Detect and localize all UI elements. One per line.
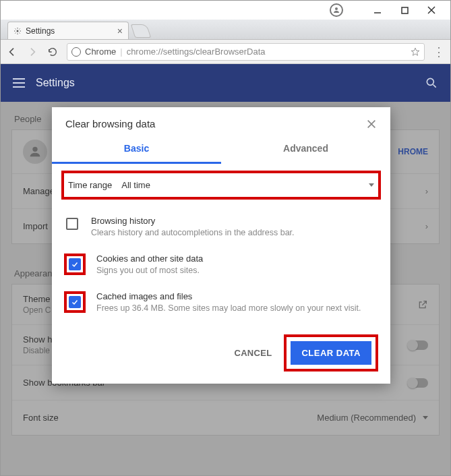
checkbox[interactable] — [66, 218, 78, 230]
item-sub: Signs you out of most sites. — [96, 266, 203, 275]
hamburger-icon[interactable] — [13, 78, 25, 88]
bookmark-star-icon[interactable] — [411, 47, 420, 57]
tab-title: Settings — [26, 26, 55, 36]
profile-icon[interactable] — [330, 3, 343, 17]
clear-browsing-data-dialog: Clear browsing data Basic Advanced Time … — [52, 107, 390, 384]
new-tab-button[interactable] — [131, 24, 151, 38]
reload-button[interactable] — [47, 46, 59, 58]
cancel-button[interactable]: CANCEL — [234, 348, 272, 358]
item-sub: Clears history and autocompletions in th… — [91, 228, 295, 237]
svg-point-6 — [427, 78, 433, 85]
toolbar: Chrome | chrome://settings/clearBrowserD… — [1, 40, 450, 64]
settings-header: Settings — [1, 64, 450, 102]
tab-strip: Settings × — [1, 20, 450, 40]
checkbox[interactable] — [69, 258, 81, 270]
svg-point-0 — [335, 7, 338, 10]
item-title: Browsing history — [91, 216, 295, 226]
browser-menu-button[interactable]: ⋮ — [433, 49, 445, 55]
time-range-label: Time range — [68, 180, 112, 190]
item-title: Cookies and other site data — [96, 254, 203, 264]
back-button[interactable] — [6, 46, 18, 58]
chrome-origin-icon — [71, 47, 81, 57]
svg-line-7 — [433, 85, 436, 88]
close-window-button[interactable] — [418, 1, 445, 20]
forward-button[interactable] — [26, 46, 38, 58]
time-range-select[interactable]: All time — [121, 180, 374, 190]
clear-item: Cookies and other site dataSigns you out… — [64, 245, 378, 283]
clear-item: Cached images and filesFrees up 36.4 MB.… — [64, 283, 378, 321]
url-text: chrome://settings/clearBrowserData — [127, 47, 266, 57]
checkbox[interactable] — [69, 296, 81, 308]
dialog-title: Clear browsing data — [65, 118, 155, 129]
browser-tab[interactable]: Settings × — [7, 22, 129, 39]
svg-point-5 — [17, 30, 19, 32]
window-titlebar — [1, 1, 450, 20]
dialog-tabs: Basic Advanced — [52, 136, 390, 164]
gear-icon — [13, 27, 22, 35]
tab-close-icon[interactable]: × — [117, 26, 123, 36]
time-range-row: Time range All time — [61, 171, 381, 200]
tab-basic[interactable]: Basic — [52, 136, 221, 164]
tab-advanced[interactable]: Advanced — [221, 136, 390, 164]
minimize-button[interactable] — [364, 1, 391, 20]
caret-down-icon — [369, 183, 374, 187]
page-title: Settings — [36, 77, 75, 89]
maximize-button[interactable] — [391, 1, 418, 20]
item-sub: Frees up 36.4 MB. Some sites may load mo… — [96, 303, 361, 313]
address-bar[interactable]: Chrome | chrome://settings/clearBrowserD… — [67, 43, 425, 61]
svg-rect-2 — [402, 7, 408, 13]
clear-data-button[interactable]: CLEAR DATA — [291, 341, 371, 365]
item-title: Cached images and files — [96, 291, 361, 301]
search-icon[interactable] — [425, 76, 438, 90]
origin-label: Chrome — [85, 47, 116, 57]
clear-item: Browsing historyClears history and autoc… — [64, 208, 378, 245]
close-dialog-button[interactable] — [366, 119, 377, 129]
